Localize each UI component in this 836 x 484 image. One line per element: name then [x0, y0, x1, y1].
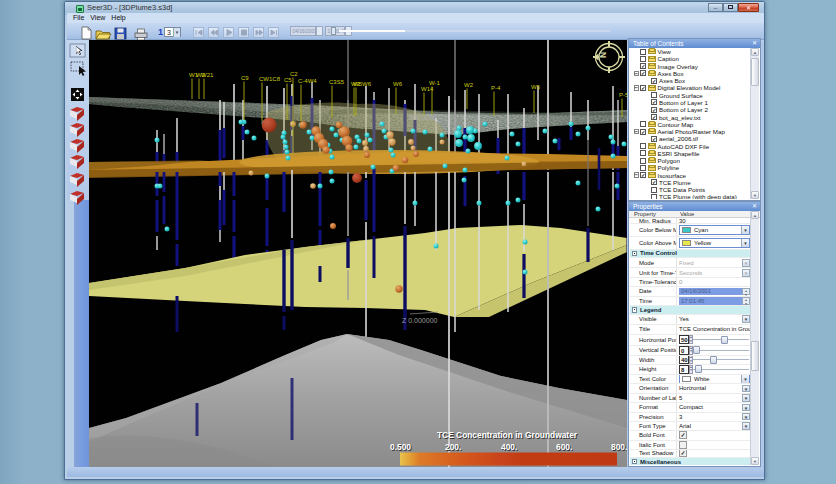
svg-text:N: N [598, 52, 608, 58]
svg-text:TCE Concentration in Groundwat: TCE Concentration in Groundwater [437, 430, 578, 440]
svg-text:200.: 200. [445, 442, 461, 452]
svg-text:W21: W21 [201, 72, 214, 78]
svg-text:P-5: P-5 [619, 92, 627, 98]
svg-text:W2: W2 [464, 82, 474, 88]
svg-text:P-4: P-4 [491, 85, 501, 91]
svg-text:500.0000: 500.0000 [409, 114, 436, 121]
svg-text:W5: W5 [531, 84, 541, 90]
svg-text:800.: 800. [611, 442, 627, 452]
svg-text:C5: C5 [284, 77, 292, 83]
svg-text:Z 0.000000: Z 0.000000 [402, 317, 438, 324]
svg-text:600.: 600. [556, 442, 572, 452]
svg-text:W6: W6 [393, 81, 403, 87]
svg-text:W5W6: W5W6 [353, 81, 372, 87]
svg-text:CW1C8: CW1C8 [259, 76, 281, 82]
svg-text:C3S5: C3S5 [329, 79, 345, 85]
svg-text:W-1: W-1 [429, 80, 441, 86]
svg-text:C9: C9 [241, 75, 249, 81]
svg-text:400.: 400. [501, 442, 517, 452]
svg-text:C-4W4: C-4W4 [298, 78, 317, 84]
svg-text:0.500: 0.500 [390, 442, 411, 452]
